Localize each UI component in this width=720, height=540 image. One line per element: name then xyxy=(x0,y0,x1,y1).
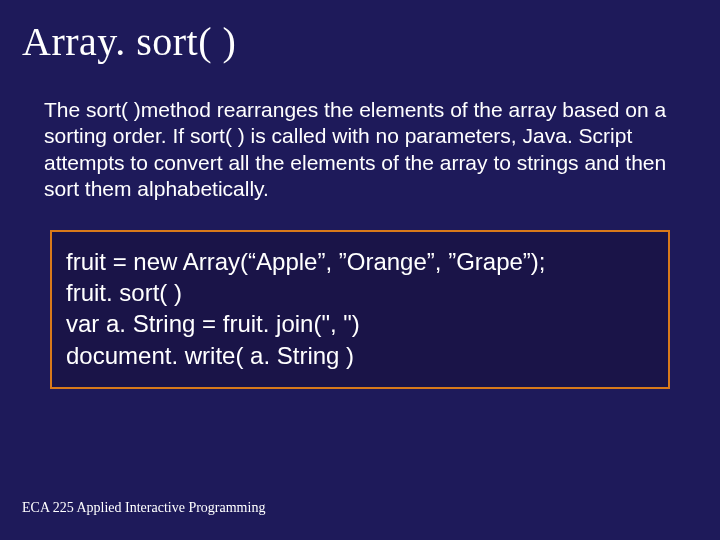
slide-footer: ECA 225 Applied Interactive Programming xyxy=(22,500,265,516)
slide-body-text: The sort( )method rearranges the element… xyxy=(44,97,688,202)
code-line: var a. String = fruit. join(", ") xyxy=(66,308,654,339)
code-line: document. write( a. String ) xyxy=(66,340,654,371)
code-line: fruit = new Array(“Apple”, ”Orange”, ”Gr… xyxy=(66,246,654,277)
slide-title: Array. sort( ) xyxy=(22,18,698,65)
slide: Array. sort( ) The sort( )method rearran… xyxy=(0,0,720,540)
code-line: fruit. sort( ) xyxy=(66,277,654,308)
code-example-box: fruit = new Array(“Apple”, ”Orange”, ”Gr… xyxy=(50,230,670,389)
